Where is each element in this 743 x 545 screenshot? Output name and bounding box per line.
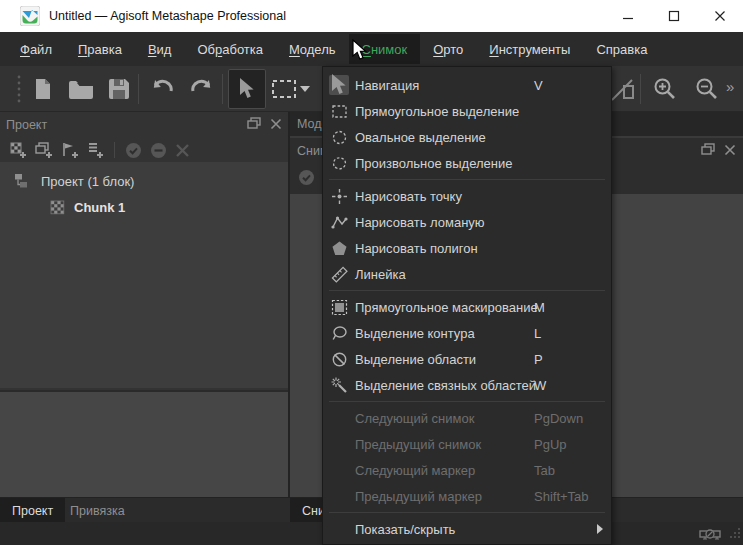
menu-item-shortcut: Tab <box>534 463 555 478</box>
ellipse-select-icon <box>329 127 349 147</box>
titlebar[interactable]: Untitled — Agisoft Metashape Professiona… <box>0 0 743 32</box>
menu-item-show-hide[interactable]: Показать/скрыть <box>323 516 611 542</box>
photo-menu-dropdown: НавигацияVПрямоугольное выделениеОвально… <box>322 66 612 545</box>
window-close-icon <box>714 10 726 22</box>
toolbar-overflow-button[interactable]: » <box>726 78 734 95</box>
tree-item-label: Chunk 1 <box>74 200 125 215</box>
tree-item-chunk-1[interactable]: Chunk 1 <box>0 194 288 220</box>
project-tree: Проект (1 блок)Chunk 1 <box>0 162 288 388</box>
network-off-icon[interactable] <box>699 526 723 545</box>
menubar-item-ortho[interactable]: Орто <box>420 34 476 64</box>
menubar-item-file[interactable]: Файл <box>7 34 65 64</box>
new-button[interactable] <box>24 69 62 109</box>
zoom-out-button[interactable] <box>688 69 726 109</box>
save-icon <box>108 78 130 100</box>
menu-item-area-selection[interactable]: Выделение областиP <box>323 346 611 372</box>
toolbar-separator <box>222 74 223 104</box>
redo-icon <box>189 79 213 99</box>
menu-item-freeform-selection[interactable]: Произвольное выделение <box>323 150 611 176</box>
menu-separator <box>329 290 605 291</box>
menu-separator <box>329 179 605 180</box>
close-panel-icon[interactable] <box>724 142 736 160</box>
add-chunk-icon[interactable] <box>10 142 27 159</box>
menu-item-label: Навигация <box>355 78 419 93</box>
tab-reference[interactable]: Привязка <box>58 498 137 523</box>
mask-rect-icon <box>329 297 349 317</box>
menu-item-label: Прямоугольное маскирование <box>355 300 538 315</box>
open-button[interactable] <box>62 69 100 109</box>
remove-icon <box>175 143 190 158</box>
tree-item-label: Проект (1 блок) <box>41 174 134 189</box>
undo-icon <box>151 79 175 99</box>
menu-item-label: Произвольное выделение <box>355 156 512 171</box>
menu-item-navigation[interactable]: НавигацияV <box>323 72 611 98</box>
area-select-icon <box>329 349 349 369</box>
resize-grip[interactable] <box>728 525 741 543</box>
panel-toolbar-separator <box>114 142 115 158</box>
close-button[interactable] <box>697 0 743 32</box>
menu-separator <box>329 401 605 402</box>
redo-button[interactable] <box>182 69 220 109</box>
project-tree-icon <box>14 173 32 190</box>
menu-item-shortcut: Shift+Tab <box>534 489 589 504</box>
mouse-cursor <box>352 39 368 66</box>
toolbar-drag-handle[interactable] <box>16 74 22 108</box>
menu-item-shortcut: W <box>534 378 546 393</box>
zoom-out-icon <box>695 77 719 101</box>
marquee-rect-icon <box>271 79 297 99</box>
menubar: ФайлПравкаВидОбработкаМодельСнимокОртоИн… <box>0 32 743 66</box>
menu-item-label: Прямоугольное выделение <box>355 104 519 119</box>
add-photos-icon[interactable] <box>35 142 53 159</box>
menu-item-shortcut: PgUp <box>534 437 567 452</box>
menu-item-rect-selection[interactable]: Прямоугольное выделение <box>323 98 611 124</box>
menu-separator <box>329 512 605 513</box>
menubar-item-tools[interactable]: Инструменты <box>476 34 583 64</box>
menubar-item-view[interactable]: Вид <box>135 34 185 64</box>
project-lower-pane <box>0 390 288 499</box>
float-panel-icon[interactable] <box>701 142 716 160</box>
project-panel: Проект Проект (1 блок)Chunk 1 <box>0 112 290 497</box>
menu-item-draw-point[interactable]: Нарисовать точку <box>323 183 611 209</box>
menu-item-label: Нарисовать ломаную <box>355 215 485 230</box>
window-maximize-icon <box>668 10 680 22</box>
minimize-button[interactable] <box>605 0 651 32</box>
draw-point-icon <box>329 186 349 206</box>
menu-item-draw-polyline[interactable]: Нарисовать ломаную <box>323 209 611 235</box>
menubar-item-edit[interactable]: Правка <box>65 34 135 64</box>
toolbar-separator <box>640 74 641 104</box>
navigation-button[interactable] <box>228 69 266 109</box>
save-button[interactable] <box>100 69 138 109</box>
tree-item-project-root[interactable]: Проект (1 блок) <box>0 168 288 194</box>
folder-open-icon <box>68 78 94 100</box>
menu-item-label: Предыдущий маркер <box>355 489 482 504</box>
menu-item-ruler[interactable]: Линейка <box>323 261 611 287</box>
menubar-item-workflow[interactable]: Обработка <box>184 34 276 64</box>
disable-icon <box>150 142 167 159</box>
menu-item-rect-masking[interactable]: Прямоугольное маскированиеM <box>323 294 611 320</box>
enable-icon <box>298 169 315 186</box>
menu-item-label: Предыдущий снимок <box>355 437 481 452</box>
zoom-in-button[interactable] <box>646 69 684 109</box>
undo-button[interactable] <box>144 69 182 109</box>
menu-item-connected-area-selection[interactable]: Выделение связных областейW <box>323 372 611 398</box>
rect-select-icon <box>329 101 349 121</box>
add-scalebar-icon[interactable] <box>87 142 104 159</box>
menubar-item-help[interactable]: Справка <box>583 34 660 64</box>
rect-selection-button[interactable] <box>266 69 314 109</box>
project-panel-header: Проект <box>0 112 288 138</box>
add-marker-icon[interactable] <box>61 142 79 159</box>
menu-item-draw-polygon[interactable]: Нарисовать полигон <box>323 235 611 261</box>
menu-item-next-photo: Следующий снимокPgDown <box>323 405 611 431</box>
maximize-button[interactable] <box>651 0 697 32</box>
tab-project[interactable]: Проект <box>0 498 65 523</box>
menu-item-ellipse-selection[interactable]: Овальное выделение <box>323 124 611 150</box>
close-panel-icon[interactable] <box>270 116 282 134</box>
menubar-item-model[interactable]: Модель <box>276 34 349 64</box>
draw-polyline-icon <box>329 212 349 232</box>
menu-item-label: Нарисовать точку <box>355 189 462 204</box>
menu-item-prev-photo: Предыдущий снимокPgUp <box>323 431 611 457</box>
submenu-arrow-icon <box>596 524 603 534</box>
float-panel-icon[interactable] <box>247 116 262 134</box>
menu-item-label: Выделение контура <box>355 326 475 341</box>
menu-item-contour-selection[interactable]: Выделение контураL <box>323 320 611 346</box>
